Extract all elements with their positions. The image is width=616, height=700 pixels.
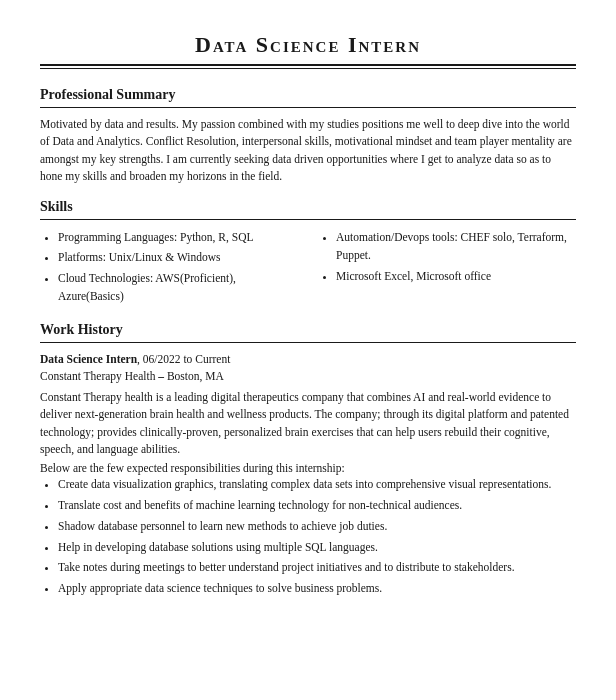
professional-summary-text: Motivated by data and results. My passio… [40, 116, 576, 185]
skill-item: Microsoft Excel, Microsoft office [336, 267, 576, 285]
skills-heading: Skills [40, 199, 576, 215]
work-history-section: Work History Data Science Intern, 06/202… [40, 322, 576, 598]
skills-section: Skills Programming Languages: Python, R,… [40, 199, 576, 308]
professional-summary-section: Professional Summary Motivated by data a… [40, 87, 576, 185]
skill-item: Platforms: Unix/Linux & Windows [58, 248, 298, 266]
work-history-divider [40, 342, 576, 343]
job-title-line: Data Science Intern, 06/2022 to Current [40, 351, 576, 368]
job-entry: Data Science Intern, 06/2022 to Current … [40, 351, 576, 598]
responsibility-item: Take notes during meetings to better und… [58, 559, 576, 577]
title-divider-thick [40, 64, 576, 66]
skills-divider [40, 219, 576, 220]
professional-summary-heading: Professional Summary [40, 87, 576, 103]
work-history-heading: Work History [40, 322, 576, 338]
resume-page: Data Science Intern Professional Summary… [0, 0, 616, 700]
title-divider-thin [40, 68, 576, 69]
responsibility-item: Help in developing database solutions us… [58, 539, 576, 557]
job-title: Data Science Intern [40, 353, 137, 365]
skill-item: Programming Languages: Python, R, SQL [58, 228, 298, 246]
skill-item: Cloud Technologies: AWS(Proficient), Azu… [58, 269, 298, 306]
job-description: Constant Therapy health is a leading dig… [40, 389, 576, 458]
professional-summary-divider [40, 107, 576, 108]
responsibility-item: Translate cost and benefits of machine l… [58, 497, 576, 515]
responsibility-item: Create data visualization graphics, tran… [58, 476, 576, 494]
responsibility-item: Apply appropriate data science technique… [58, 580, 576, 598]
responsibility-item: Shadow database personnel to learn new m… [58, 518, 576, 536]
responsibilities-label: Below are the few expected responsibilit… [40, 462, 576, 474]
skill-item: Automation/Devops tools: CHEF solo, Terr… [336, 228, 576, 265]
job-company: Constant Therapy Health [40, 370, 155, 382]
skills-left-list: Programming Languages: Python, R, SQL Pl… [40, 228, 298, 308]
responsibilities-list: Create data visualization graphics, tran… [40, 476, 576, 598]
job-location: Boston, MA [167, 370, 224, 382]
skills-grid: Programming Languages: Python, R, SQL Pl… [40, 228, 576, 308]
job-company-line: Constant Therapy Health – Boston, MA [40, 368, 576, 385]
skills-right-list: Automation/Devops tools: CHEF solo, Terr… [318, 228, 576, 308]
resume-title: Data Science Intern [40, 32, 576, 58]
job-dates: 06/2022 to Current [143, 353, 231, 365]
